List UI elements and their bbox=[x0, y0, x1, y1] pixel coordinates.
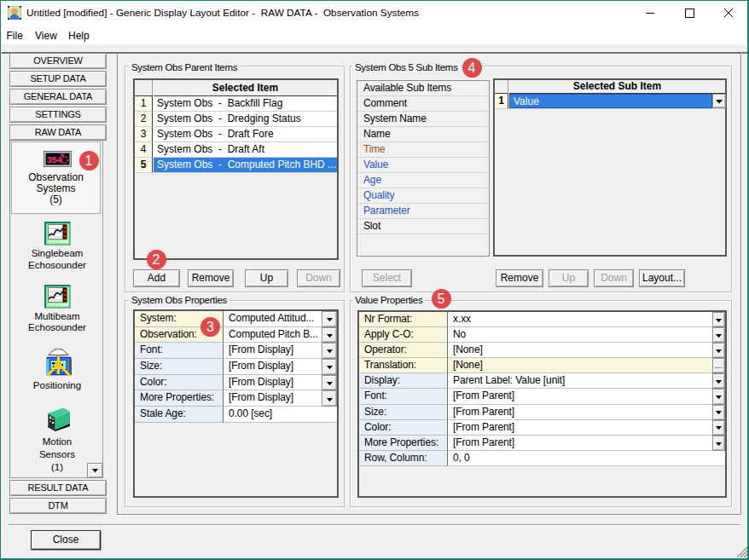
svg-text:354: 354 bbox=[47, 155, 63, 165]
